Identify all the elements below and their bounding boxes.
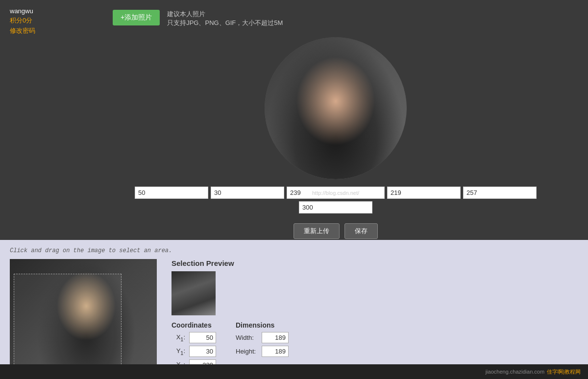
action-buttons: 重新上传 保存	[294, 223, 378, 239]
coords-row-1: 50 30 239 http://blog.csdn.net/ 219 257	[135, 187, 537, 199]
sidebar-change-password-link[interactable]: 修改密码	[10, 26, 78, 35]
height-label: Height:	[236, 348, 258, 355]
crop-height-input[interactable]	[262, 346, 289, 357]
coord-x1-input[interactable]: 50	[135, 187, 208, 199]
upload-bar: +添加照片 建议本人照片 只支持JPG、PNG、GIF，大小不超过5M	[113, 10, 283, 27]
crop-content: Selection Preview Coordinates X1: Y1:	[10, 259, 578, 379]
footer-text: jiaocheng.chazidian.com	[486, 369, 544, 375]
coord-size-input[interactable]: 257	[463, 187, 537, 199]
x1-label: X1:	[172, 333, 185, 342]
avatar-preview	[265, 37, 407, 179]
coords-row-2: 300	[299, 201, 372, 213]
selection-preview-thumb	[172, 271, 216, 315]
upload-hint-line2: 只支持JPG、PNG、GIF，大小不超过5M	[167, 19, 283, 27]
y1-label: Y1:	[172, 347, 185, 356]
main-content: +添加照片 建议本人照片 只支持JPG、PNG、GIF，大小不超过5M 50 3…	[83, 5, 588, 240]
coord-extra-input[interactable]: 300	[299, 201, 372, 213]
width-row: Width:	[236, 332, 289, 343]
dimensions-title: Dimensions	[236, 321, 289, 329]
width-label: Width:	[236, 334, 258, 341]
height-row: Height:	[236, 346, 289, 357]
coord-y2-input[interactable]: 219	[387, 187, 461, 199]
crop-y1-input[interactable]	[189, 346, 216, 357]
selection-preview-area: Selection Preview Coordinates X1: Y1:	[172, 259, 578, 379]
sidebar-username: wangwu	[10, 7, 78, 15]
sidebar: wangwu 积分0分 修改密码	[5, 5, 83, 240]
footer-logo: 佳字啊|教程网	[547, 368, 581, 376]
crop-instruction: Click and drag on the image to select an…	[10, 247, 578, 254]
crop-section: Click and drag on the image to select an…	[0, 240, 588, 379]
crop-selection-box[interactable]	[14, 274, 122, 369]
crop-width-input[interactable]	[262, 332, 289, 343]
save-button[interactable]: 保存	[344, 223, 378, 239]
coordinates-title: Coordinates	[172, 321, 216, 329]
upload-hint-line1: 建议本人照片	[167, 10, 283, 19]
selection-preview-title: Selection Preview	[172, 259, 578, 267]
coord-x2-input[interactable]: 239	[287, 187, 385, 199]
reupload-button[interactable]: 重新上传	[294, 223, 340, 239]
avatar-image	[265, 37, 407, 179]
crop-image-container[interactable]	[10, 259, 157, 377]
y1-row: Y1:	[172, 346, 216, 357]
sidebar-points: 积分0分	[10, 16, 78, 25]
x1-row: X1:	[172, 332, 216, 343]
footer-bar: jiaocheng.chazidian.com 佳字啊|教程网	[0, 364, 588, 379]
coord-y1-input[interactable]: 30	[211, 187, 284, 199]
add-photo-button[interactable]: +添加照片	[113, 10, 160, 25]
crop-x1-input[interactable]	[189, 332, 216, 343]
upload-hints: 建议本人照片 只支持JPG、PNG、GIF，大小不超过5M	[167, 10, 283, 27]
